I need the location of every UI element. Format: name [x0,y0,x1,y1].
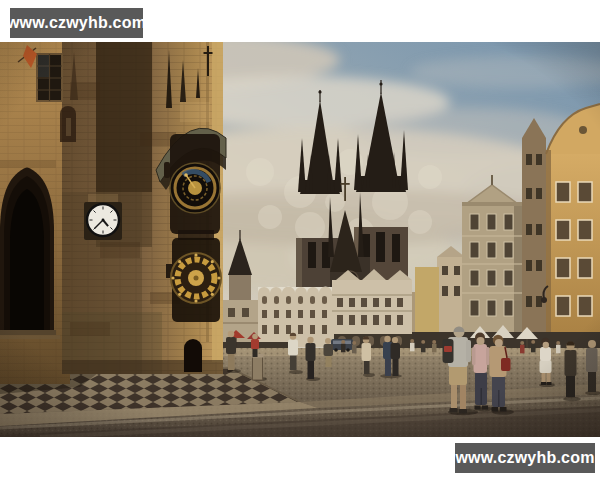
watermark-text: www.czwyhb.com [455,449,594,467]
photo-prague-old-town-square [0,42,600,437]
watermark-bottom-right: www.czwyhb.com [455,443,595,473]
watermark-top-left: www.czwyhb.com [10,8,143,38]
watermark-text: www.czwyhb.com [7,14,146,32]
vignette [0,42,600,437]
